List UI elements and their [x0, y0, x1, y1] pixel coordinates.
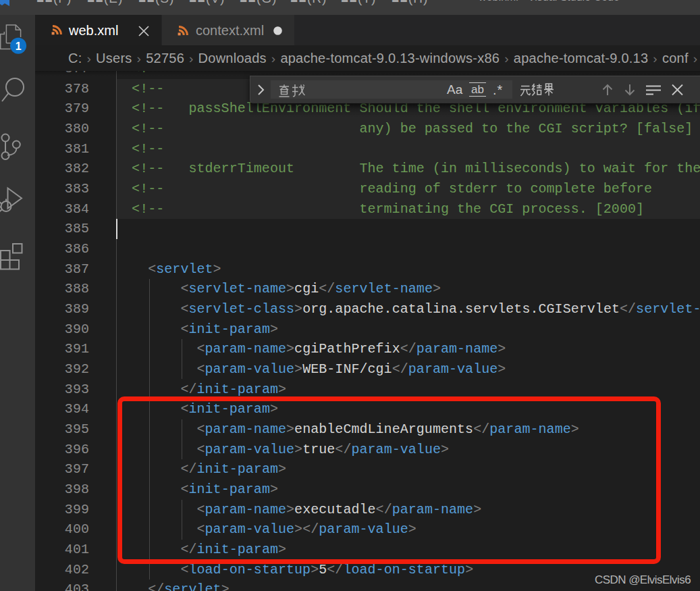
svg-text:1: 1 [16, 41, 22, 52]
